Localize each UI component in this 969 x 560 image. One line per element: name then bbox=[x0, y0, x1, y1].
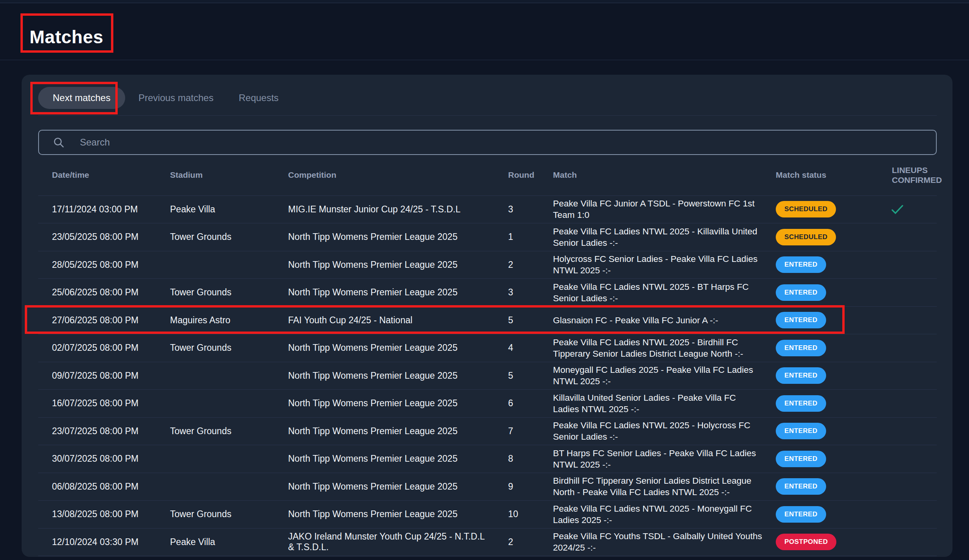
cell-competition: North Tipp Womens Premier League 2025 bbox=[288, 279, 493, 307]
cell-datetime: 13/08/2025 08:00 PM bbox=[38, 501, 170, 529]
cell-lineups bbox=[858, 501, 937, 529]
cell-lineups bbox=[858, 362, 937, 390]
matches-table: Date/time Stadium Competition Round Matc… bbox=[38, 155, 937, 556]
cell-lineups bbox=[858, 528, 937, 556]
cell-status: ENTERED bbox=[764, 279, 858, 307]
header-datetime: Date/time bbox=[38, 155, 170, 195]
cell-competition: North Tipp Womens Premier League 2025 bbox=[288, 251, 493, 279]
cell-competition: North Tipp Womens Premier League 2025 bbox=[288, 417, 493, 445]
table-row[interactable]: 17/11/2024 03:00 PMPeake VillaMIG.IE Mun… bbox=[38, 195, 937, 223]
header-lineups-line1: LINEUPS bbox=[892, 165, 937, 175]
header-stadium: Stadium bbox=[170, 155, 288, 195]
cell-competition: North Tipp Womens Premier League 2025 bbox=[288, 445, 493, 473]
cell-match: BT Harps FC Senior Ladies - Peake Villa … bbox=[540, 445, 764, 473]
cell-lineups bbox=[858, 390, 937, 418]
match-status-badge: ENTERED bbox=[776, 478, 826, 495]
tab-next-matches[interactable]: Next matches bbox=[38, 87, 125, 109]
cell-datetime: 06/08/2025 08:00 PM bbox=[38, 473, 170, 501]
table-row[interactable]: 02/07/2025 08:00 PMTower GroundsNorth Ti… bbox=[38, 334, 937, 362]
cell-stadium: Tower Grounds bbox=[170, 501, 288, 529]
match-status-badge: SCHEDULED bbox=[776, 229, 836, 245]
cell-datetime: 16/07/2025 08:00 PM bbox=[38, 390, 170, 418]
match-status-badge: SCHEDULED bbox=[776, 201, 836, 217]
cell-match: Killavilla United Senior Ladies - Peake … bbox=[540, 390, 764, 418]
cell-match: Glasnaion FC - Peake Villa FC Junior A -… bbox=[540, 306, 764, 334]
match-status-badge: ENTERED bbox=[776, 340, 826, 356]
page-header: Matches bbox=[0, 4, 969, 60]
cell-round: 3 bbox=[493, 279, 540, 307]
cell-datetime: 28/05/2025 08:00 PM bbox=[38, 251, 170, 279]
match-status-badge: ENTERED bbox=[776, 256, 826, 273]
cell-status: SCHEDULED bbox=[764, 223, 858, 251]
cell-round: 7 bbox=[493, 417, 540, 445]
tab-previous-matches[interactable]: Previous matches bbox=[139, 92, 214, 103]
cell-datetime: 12/10/2024 03:30 PM bbox=[38, 528, 170, 556]
cell-status: ENTERED bbox=[764, 473, 858, 501]
cell-status: ENTERED bbox=[764, 445, 858, 473]
tab-requests[interactable]: Requests bbox=[239, 92, 278, 103]
cell-competition: North Tipp Womens Premier League 2025 bbox=[288, 223, 493, 251]
cell-match: Peake Villa FC Ladies NTWL 2025 - Birdhi… bbox=[540, 334, 764, 362]
cell-match: Moneygall FC Ladies 2025 - Peake Villa F… bbox=[540, 362, 764, 390]
cell-datetime: 02/07/2025 08:00 PM bbox=[38, 334, 170, 362]
table-row[interactable]: 06/08/2025 08:00 PMNorth Tipp Womens Pre… bbox=[38, 473, 937, 501]
header-match-status: Match status bbox=[764, 155, 858, 195]
match-name: Killavilla United Senior Ladies - Peake … bbox=[553, 392, 764, 415]
cell-competition: North Tipp Womens Premier League 2025 bbox=[288, 390, 493, 418]
table-row[interactable]: 16/07/2025 08:00 PMNorth Tipp Womens Pre… bbox=[38, 390, 937, 418]
cell-match: Peake Villa FC Ladies NTWL 2025 - BT Har… bbox=[540, 279, 764, 307]
cell-stadium: Peake Villa bbox=[170, 528, 288, 556]
table-row[interactable]: 23/07/2025 08:00 PMTower GroundsNorth Ti… bbox=[38, 417, 937, 445]
cell-status: SCHEDULED bbox=[764, 195, 858, 223]
cell-status: ENTERED bbox=[764, 390, 858, 418]
cell-status: ENTERED bbox=[764, 501, 858, 529]
search-box[interactable] bbox=[38, 130, 937, 155]
table-row[interactable]: 25/06/2025 08:00 PMTower GroundsNorth Ti… bbox=[38, 279, 937, 307]
cell-round: 8 bbox=[493, 445, 540, 473]
cell-competition: North Tipp Womens Premier League 2025 bbox=[288, 334, 493, 362]
cell-stadium: Maguires Astro bbox=[170, 306, 288, 334]
matches-card: Next matches Previous matches Requests D… bbox=[22, 75, 952, 557]
matches-page: { "page": { "title": "Matches" }, "tabs"… bbox=[0, 0, 969, 560]
lineups-confirmed-check-icon bbox=[891, 204, 904, 215]
match-name: Peake Villa FC Ladies NTWL 2025 - Holycr… bbox=[553, 420, 764, 442]
table-row[interactable]: 09/07/2025 08:00 PMNorth Tipp Womens Pre… bbox=[38, 362, 937, 390]
match-status-badge: ENTERED bbox=[776, 312, 826, 328]
table-row[interactable]: 13/08/2025 08:00 PMTower GroundsNorth Ti… bbox=[38, 501, 937, 529]
cell-match: Peake Villa FC Youths TSDL - Galbally Un… bbox=[540, 528, 764, 556]
table-row[interactable]: 12/10/2024 03:30 PMPeake VillaJAKO Irela… bbox=[38, 528, 937, 556]
table-row[interactable]: 30/07/2025 08:00 PMNorth Tipp Womens Pre… bbox=[38, 445, 937, 473]
cell-status: ENTERED bbox=[764, 251, 858, 279]
tab-bar: Next matches Previous matches Requests bbox=[38, 87, 279, 109]
cell-competition: North Tipp Womens Premier League 2025 bbox=[288, 362, 493, 390]
table-row[interactable]: 27/06/2025 08:00 PMMaguires AstroFAI You… bbox=[38, 306, 937, 334]
cell-round: 1 bbox=[493, 223, 540, 251]
cell-round: 3 bbox=[493, 195, 540, 223]
cell-competition: North Tipp Womens Premier League 2025 bbox=[288, 501, 493, 529]
cell-stadium bbox=[170, 251, 288, 279]
search-input[interactable] bbox=[80, 131, 936, 154]
cell-round: 9 bbox=[493, 473, 540, 501]
cell-round: 5 bbox=[493, 306, 540, 334]
cell-datetime: 30/07/2025 08:00 PM bbox=[38, 445, 170, 473]
table-body: 17/11/2024 03:00 PMPeake VillaMIG.IE Mun… bbox=[38, 195, 937, 556]
cell-datetime: 27/06/2025 08:00 PM bbox=[38, 306, 170, 334]
cell-lineups bbox=[858, 279, 937, 307]
match-status-badge: ENTERED bbox=[776, 284, 826, 301]
search-icon bbox=[53, 137, 64, 148]
cell-status: ENTERED bbox=[764, 417, 858, 445]
cell-stadium bbox=[170, 390, 288, 418]
cell-round: 5 bbox=[493, 362, 540, 390]
table-header-row: Date/time Stadium Competition Round Matc… bbox=[38, 155, 937, 195]
match-name: Moneygall FC Ladies 2025 - Peake Villa F… bbox=[553, 364, 764, 387]
table-row[interactable]: 23/05/2025 08:00 PMTower GroundsNorth Ti… bbox=[38, 223, 937, 251]
cell-stadium: Tower Grounds bbox=[170, 417, 288, 445]
cell-match: Peake Villa FC Junior A TSDL - Powerstow… bbox=[540, 195, 764, 223]
match-status-badge: ENTERED bbox=[776, 423, 826, 439]
header-lineups-line2: CONFIRMED bbox=[892, 175, 937, 185]
cell-competition: FAI Youth Cup 24/25 - National bbox=[288, 306, 493, 334]
cell-lineups bbox=[858, 251, 937, 279]
table-row[interactable]: 28/05/2025 08:00 PMNorth Tipp Womens Pre… bbox=[38, 251, 937, 279]
cell-stadium: Tower Grounds bbox=[170, 223, 288, 251]
cell-round: 10 bbox=[493, 501, 540, 529]
